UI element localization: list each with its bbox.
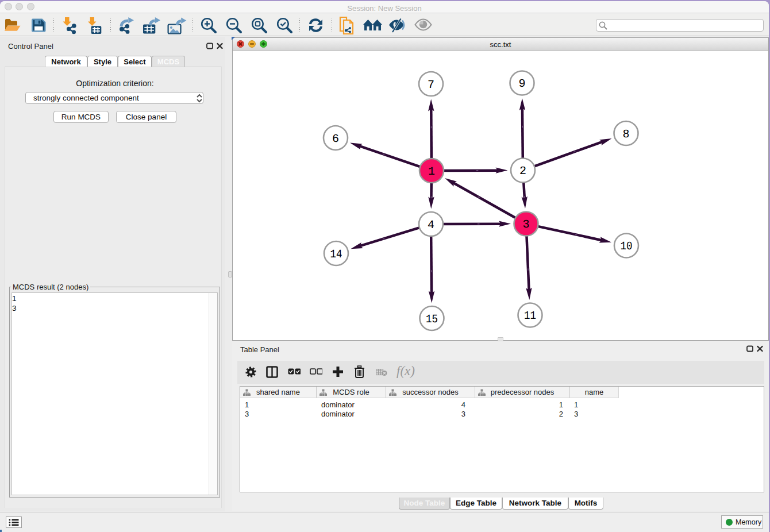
svg-text:7: 7 <box>428 79 434 92</box>
svg-text:6: 6 <box>332 133 339 146</box>
svg-text:3: 3 <box>522 218 529 232</box>
svg-text:9: 9 <box>518 78 525 91</box>
svg-text:4: 4 <box>428 219 434 232</box>
svg-text:14: 14 <box>330 248 342 261</box>
svg-text:8: 8 <box>622 128 629 141</box>
svg-text:11: 11 <box>524 310 536 323</box>
svg-text:15: 15 <box>426 313 438 326</box>
svg-text:1: 1 <box>428 165 435 179</box>
svg-text:2: 2 <box>519 165 526 178</box>
svg-text:10: 10 <box>621 240 633 253</box>
